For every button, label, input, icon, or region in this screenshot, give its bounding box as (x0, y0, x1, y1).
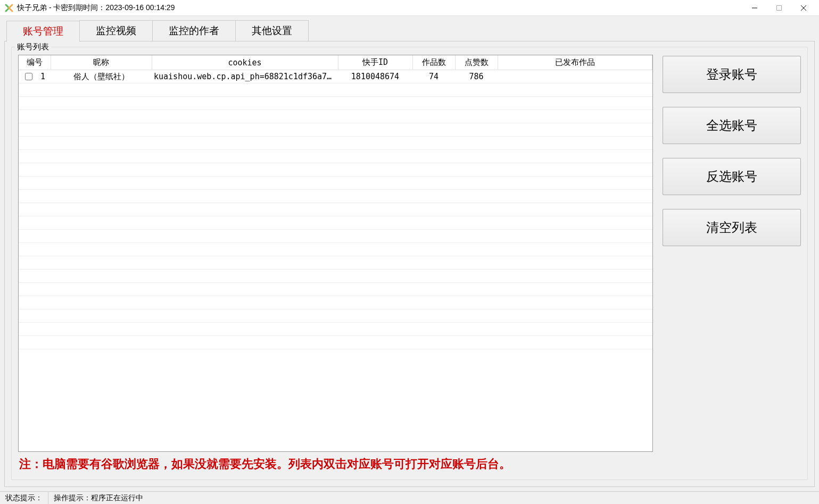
content-row: 编号 昵称 cookies 快手ID 作品数 点赞数 已发布作品 (18, 55, 801, 452)
tab-monitor-video[interactable]: 监控视频 (79, 20, 153, 41)
note-text: 注：电脑需要有谷歌浏览器，如果没就需要先安装。列表内双击对应账号可打开对应账号后… (18, 452, 801, 472)
maximize-button[interactable] (767, 0, 791, 16)
col-nickname[interactable]: 昵称 (51, 55, 152, 70)
tab-monitor-author[interactable]: 监控的作者 (152, 20, 236, 41)
status-hint: 操作提示：程序正在运行中 (48, 492, 148, 504)
table-header-row: 编号 昵称 cookies 快手ID 作品数 点赞数 已发布作品 (19, 55, 652, 70)
minimize-button[interactable] (742, 0, 767, 16)
table-row[interactable] (19, 283, 652, 296)
table-row[interactable] (19, 216, 652, 230)
cell-cookies: kuaishou.web.cp.api_ph=68821c1df36a7d7..… (152, 70, 338, 83)
svg-rect-1 (777, 5, 782, 10)
col-id[interactable]: 编号 (19, 55, 51, 70)
app-body: 账号管理 监控视频 监控的作者 其他设置 账号列表 编号 昵称 (0, 16, 819, 491)
table-row[interactable] (19, 123, 652, 137)
close-button[interactable] (791, 0, 816, 16)
table-row[interactable] (19, 110, 652, 123)
tab-panel: 账号列表 编号 昵称 cookies 快手ID (4, 41, 815, 487)
table-row[interactable] (19, 296, 652, 309)
table-row[interactable] (19, 270, 652, 283)
table-row[interactable] (19, 97, 652, 110)
table-row[interactable] (19, 336, 652, 349)
cell-id-text: 1 (40, 72, 45, 81)
invert-selection-button[interactable]: 反选账号 (663, 158, 801, 195)
cell-likes: 786 (455, 70, 498, 83)
table-row[interactable] (19, 256, 652, 270)
titlebar: 快子兄弟 - 卡密到期时间：2023-09-16 00:14:29 (0, 0, 819, 16)
tab-label: 监控视频 (96, 24, 136, 38)
tab-label: 监控的作者 (169, 24, 219, 38)
table-row[interactable] (19, 309, 652, 323)
tab-label: 账号管理 (23, 24, 63, 38)
cell-works: 74 (412, 70, 455, 83)
table-row[interactable] (19, 83, 652, 97)
table-row[interactable] (19, 323, 652, 336)
col-published[interactable]: 已发布作品 (498, 55, 652, 70)
cell-ksid: 1810048674 (338, 70, 412, 83)
fieldset-label: 账号列表 (15, 42, 51, 52)
status-label: 状态提示： (0, 492, 48, 504)
account-table[interactable]: 编号 昵称 cookies 快手ID 作品数 点赞数 已发布作品 (18, 55, 653, 452)
table-row[interactable] (19, 230, 652, 243)
row-checkbox[interactable] (25, 73, 32, 80)
col-ksid[interactable]: 快手ID (338, 55, 412, 70)
statusbar: 状态提示： 操作提示：程序正在运行中 (0, 491, 819, 504)
table-row[interactable]: 1 俗人（壁纸社） kuaishou.web.cp.api_ph=68821c1… (19, 70, 652, 83)
cell-id[interactable]: 1 (19, 70, 51, 83)
tab-label: 其他设置 (252, 24, 292, 38)
col-works[interactable]: 作品数 (412, 55, 455, 70)
table-row[interactable] (19, 163, 652, 177)
side-buttons: 登录账号 全选账号 反选账号 清空列表 (663, 55, 801, 452)
clear-list-button[interactable]: 清空列表 (663, 209, 801, 246)
table-row[interactable] (19, 190, 652, 203)
table-row[interactable] (19, 177, 652, 190)
col-likes[interactable]: 点赞数 (455, 55, 498, 70)
tab-account-management[interactable]: 账号管理 (6, 21, 80, 42)
col-cookies[interactable]: cookies (152, 55, 338, 70)
table-row[interactable] (19, 137, 652, 150)
login-account-button[interactable]: 登录账号 (663, 56, 801, 93)
tabstrip: 账号管理 监控视频 监控的作者 其他设置 (6, 20, 815, 41)
account-list-fieldset: 账号列表 编号 昵称 cookies 快手ID (11, 47, 808, 480)
cell-published (498, 70, 652, 83)
select-all-button[interactable]: 全选账号 (663, 107, 801, 144)
window-controls (742, 0, 816, 16)
cell-nickname: 俗人（壁纸社） (51, 70, 152, 83)
table-row[interactable] (19, 150, 652, 163)
tab-other-settings[interactable]: 其他设置 (235, 20, 309, 41)
window-title: 快子兄弟 - 卡密到期时间：2023-09-16 00:14:29 (17, 3, 175, 13)
table-row[interactable] (19, 243, 652, 256)
table-row[interactable] (19, 203, 652, 216)
app-icon (4, 3, 14, 13)
